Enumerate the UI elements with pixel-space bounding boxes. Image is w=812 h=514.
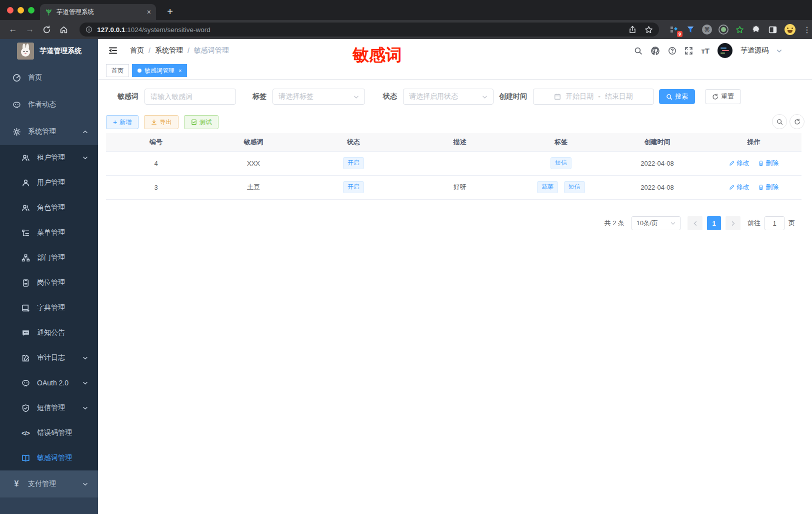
profile-avatar-icon[interactable] <box>784 24 796 35</box>
prev-page-button[interactable] <box>688 216 702 230</box>
next-page-button[interactable] <box>726 216 740 230</box>
sidebar-item-audit-log[interactable]: 审计日志 <box>0 345 98 370</box>
refresh-icon <box>712 94 718 100</box>
back-icon[interactable]: ← <box>8 25 18 35</box>
app-logo-rabbit-icon <box>17 43 34 60</box>
home-icon[interactable] <box>58 25 68 35</box>
delete-link[interactable]: 删除 <box>758 159 778 168</box>
cell-word: 土豆 <box>206 175 301 199</box>
sidebar: 芋道管理系统 首页 作者动态 系统管理 租户管理 用户管理 角色管理 <box>0 39 98 514</box>
page-content: 敏感词 标签 请选择标签 状态 请选择启用状态 创建时间 开始日期 - 结束日期 <box>98 80 812 514</box>
command-extension-icon[interactable]: ⌘ <box>702 25 712 35</box>
delete-link[interactable]: 删除 <box>758 183 778 192</box>
sidebar-item-system[interactable]: 系统管理 <box>0 118 98 145</box>
browser-tab[interactable]: 芋道管理系统 × <box>40 4 156 20</box>
user-avatar[interactable] <box>718 43 732 58</box>
tag-badge: 短信 <box>564 181 585 193</box>
test-button[interactable]: 测试 <box>184 115 218 129</box>
breadcrumb-system[interactable]: 系统管理 <box>155 46 183 55</box>
search-icon[interactable] <box>634 47 642 55</box>
bookmark-star-icon[interactable] <box>644 26 653 34</box>
help-icon[interactable] <box>668 47 676 55</box>
sidebar-item-oauth[interactable]: OAuth 2.0 <box>0 370 98 395</box>
tab-close-icon[interactable]: × <box>178 68 182 74</box>
collapse-sidebar-icon[interactable] <box>108 46 118 56</box>
share-icon[interactable] <box>628 26 636 34</box>
pencil-icon <box>729 160 735 166</box>
refresh-table-button[interactable] <box>790 114 804 129</box>
site-info-icon[interactable] <box>86 26 92 33</box>
tab-close-icon[interactable]: × <box>147 8 151 16</box>
new-tab-button[interactable]: + <box>163 5 177 19</box>
reset-button[interactable]: 重置 <box>705 89 741 104</box>
sidebar-item-sms[interactable]: 短信管理 <box>0 395 98 420</box>
sidebar-item-notice[interactable]: 通知公告 <box>0 320 98 345</box>
sidebar-item-user[interactable]: 用户管理 <box>0 170 98 195</box>
hide-search-button[interactable] <box>772 114 787 129</box>
edit-link[interactable]: 修改 <box>729 159 750 168</box>
sidebar-logo-row[interactable]: 芋道管理系统 <box>0 39 98 63</box>
active-dot <box>138 69 142 73</box>
cell-created: 2022-04-08 <box>608 151 706 175</box>
date-range-picker[interactable]: 开始日期 - 结束日期 <box>533 89 654 105</box>
goto-page-input[interactable] <box>764 216 784 230</box>
address-bar[interactable]: 127.0.0.1:1024/system/sensitive-word <box>80 23 659 37</box>
date-end-placeholder: 结束日期 <box>605 92 633 101</box>
zoom-window-button[interactable] <box>28 7 34 14</box>
browser-menu-icon[interactable]: ⋮ <box>802 25 812 35</box>
sidebar-item-error-code[interactable]: </> 错误码管理 <box>0 420 98 445</box>
sidebar-item-dept[interactable]: 部门管理 <box>0 245 98 270</box>
sidepanel-icon[interactable] <box>768 25 778 35</box>
recorder-extension-icon[interactable] <box>718 25 728 35</box>
sidebar-item-role[interactable]: 角色管理 <box>0 195 98 220</box>
cell-word: XXX <box>206 151 301 175</box>
funnel-extension-icon[interactable] <box>686 25 696 35</box>
cell-description: 好呀 <box>406 175 514 199</box>
tag-select[interactable]: 请选择标签 <box>272 89 365 105</box>
sidebar-item-post[interactable]: 岗位管理 <box>0 270 98 295</box>
username[interactable]: 芋道源码 <box>740 46 768 55</box>
table-row: 4 XXX 开启 短信 2022-04-08 修改 删除 <box>106 151 802 175</box>
edit-note-icon <box>21 354 30 362</box>
sidebar-item-tenant[interactable]: 租户管理 <box>0 145 98 170</box>
refresh-icon <box>794 119 800 125</box>
org-chart-icon <box>21 254 30 262</box>
export-button[interactable]: 导出 <box>144 115 178 129</box>
sidebar-item-dict[interactable]: 字典管理 <box>0 295 98 320</box>
add-button[interactable]: + 新增 <box>106 115 138 129</box>
close-window-button[interactable] <box>7 7 14 14</box>
view-tab-home[interactable]: 首页 <box>106 64 129 77</box>
sidebar-item-home[interactable]: 首页 <box>0 64 98 91</box>
caret-down-icon[interactable] <box>776 48 782 54</box>
sidebar-item-author-news[interactable]: 作者动态 <box>0 91 98 118</box>
url-path: :1024/system/sensitive-word <box>126 26 210 34</box>
sidebar-item-menu-admin[interactable]: 菜单管理 <box>0 220 98 245</box>
view-tab-sensitive-word[interactable]: 敏感词管理 × <box>132 64 187 77</box>
edit-link[interactable]: 修改 <box>729 183 750 192</box>
font-size-icon[interactable]: тT <box>701 47 710 55</box>
extension-badge: 9 <box>677 31 682 37</box>
message-bubble-icon <box>21 329 30 337</box>
app-title: 芋道管理系统 <box>40 47 82 56</box>
minimize-window-button[interactable] <box>18 7 24 14</box>
star-extension-icon[interactable] <box>735 25 745 35</box>
table-header-row: 编号 敏感词 状态 描述 标签 创建时间 操作 <box>106 133 802 151</box>
robot-face-icon <box>21 379 30 387</box>
fullscreen-icon[interactable] <box>684 47 693 55</box>
chevron-down-icon <box>82 481 88 487</box>
chevron-down-icon <box>82 405 88 411</box>
extension-tiles-icon[interactable]: 9 <box>669 25 679 35</box>
status-label: 状态 <box>383 92 397 101</box>
sidebar-item-pay[interactable]: ¥ 支付管理 <box>0 470 98 497</box>
forward-icon[interactable]: → <box>25 25 35 35</box>
current-page-button[interactable]: 1 <box>707 216 721 230</box>
reload-icon[interactable] <box>42 25 52 35</box>
github-icon[interactable] <box>650 46 660 56</box>
puzzle-extensions-icon[interactable] <box>752 25 762 35</box>
sidebar-item-sensitive-word[interactable]: 敏感词管理 <box>0 445 98 470</box>
breadcrumb-home[interactable]: 首页 <box>130 46 144 55</box>
status-select[interactable]: 请选择启用状态 <box>403 89 494 105</box>
keyword-input[interactable] <box>144 89 236 105</box>
page-size-select[interactable]: 10条/页 <box>632 216 680 230</box>
search-button[interactable]: 搜索 <box>659 89 695 104</box>
